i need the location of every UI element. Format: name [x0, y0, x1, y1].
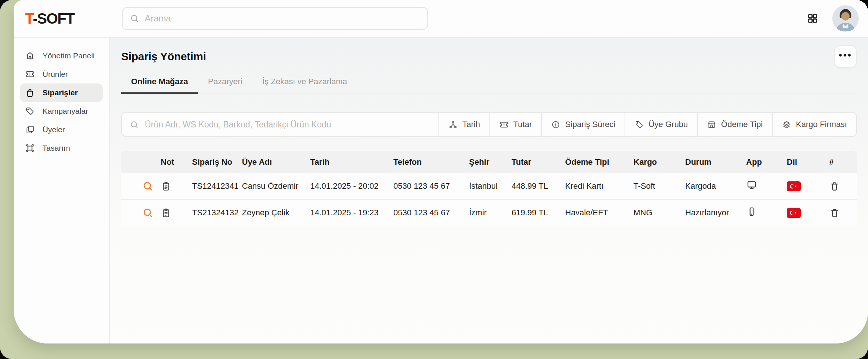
filter-tarih-button[interactable]: Tarih — [438, 113, 489, 136]
search-icon — [130, 14, 139, 23]
cell-cargo: T-Soft — [633, 181, 685, 191]
cell-order-no: TS21324132 — [192, 208, 242, 218]
header-odeme-tipi: Ödeme Tipi — [565, 157, 633, 167]
more-options-button[interactable]: ••• — [834, 45, 857, 68]
clipboard-icon — [161, 181, 171, 192]
sidebar-item-tasarim[interactable]: Tasarım — [20, 139, 103, 157]
cell-city: İzmir — [469, 208, 512, 218]
cell-status: Kargoda — [685, 181, 746, 191]
main-content: Sipariş Yönetimi ••• Online Mağaza Pazar… — [110, 38, 868, 343]
clipboard-icon — [161, 208, 171, 218]
tabs-bar: Online Mağaza Pazaryeri İş Zekası ve Paz… — [121, 72, 857, 93]
filter-bar: Tarih Tutar Sipariş Süreci Üye Grubu — [121, 112, 857, 137]
row-note-button[interactable] — [161, 208, 192, 218]
global-search-input[interactable] — [144, 13, 420, 24]
table-row: TS12412341 Cansu Özdemir 14.01.2025 - 20… — [121, 173, 857, 200]
orders-table: Not Sipariş No Üye Adı Tarih Telefon Şeh… — [121, 151, 857, 226]
sidebar-item-label: Tasarım — [42, 144, 70, 153]
cell-city: İstanbul — [469, 181, 512, 191]
sidebar-item-yonetim-paneli[interactable]: Yönetim Paneli — [20, 47, 103, 65]
trash-icon — [829, 208, 840, 218]
sidebar-item-urunler[interactable]: Ürünler — [20, 65, 103, 83]
filter-tutar-button[interactable]: Tutar — [489, 113, 541, 136]
sidebar-item-label: Siparişler — [42, 88, 78, 97]
header-telefon: Telefon — [393, 157, 469, 167]
ticket-icon — [499, 120, 509, 129]
cell-member: Cansu Özdemir — [242, 181, 310, 191]
cell-order-no: TS12412341 — [192, 181, 242, 191]
search-icon — [130, 120, 139, 129]
home-icon — [25, 51, 35, 61]
pages-icon — [25, 125, 35, 134]
search-icon — [142, 207, 153, 218]
sidebar-item-kampanyalar[interactable]: Kampanyalar — [20, 102, 103, 120]
sidebar: Yönetim Paneli Ürünler Siparişler Kampan… — [14, 38, 110, 343]
cell-app — [746, 180, 787, 193]
cell-phone: 0530 123 45 67 — [393, 208, 469, 218]
hierarchy-icon — [448, 120, 458, 129]
tag-icon — [635, 120, 644, 129]
top-header: T-SOFT — [14, 0, 868, 38]
tab-online-magaza[interactable]: Online Mağaza — [121, 72, 198, 94]
table-search — [122, 113, 438, 136]
filter-label: Ödeme Tipi — [721, 120, 763, 129]
cell-app — [746, 206, 787, 219]
trash-icon — [829, 181, 840, 192]
turkish-flag-icon — [787, 208, 801, 218]
page-title: Sipariş Yönetimi — [121, 50, 206, 63]
cell-status: Hazırlanıyor — [685, 208, 746, 218]
sidebar-item-label: Üyeler — [42, 125, 65, 134]
row-delete-button[interactable] — [829, 181, 857, 192]
header-dil: Dil — [787, 157, 829, 167]
sidebar-item-siparisler[interactable]: Siparişler — [20, 83, 103, 102]
cell-payment: Kredi Kartı — [565, 181, 633, 191]
row-inspect-button[interactable] — [142, 181, 161, 192]
cell-amount: 448.99 TL — [512, 181, 565, 191]
brand-logo-rest: -SOFT — [33, 10, 74, 27]
ticket-icon — [25, 69, 35, 79]
row-delete-button[interactable] — [829, 208, 857, 218]
header-tutar: Tutar — [512, 157, 565, 167]
sidebar-item-label: Kampanyalar — [42, 107, 88, 116]
header-not: Not — [161, 157, 192, 167]
user-avatar[interactable] — [832, 5, 859, 32]
header-kargo: Kargo — [633, 157, 685, 167]
sidebar-item-uyeler[interactable]: Üyeler — [20, 120, 103, 139]
sidebar-item-label: Yönetim Paneli — [42, 51, 95, 60]
header-siparis-no: Sipariş No — [192, 157, 242, 167]
cell-member: Zeynep Çelik — [242, 208, 310, 218]
header-durum: Durum — [685, 157, 746, 167]
cell-cargo: MNG — [633, 208, 685, 218]
page-head: Sipariş Yönetimi ••• — [121, 45, 857, 68]
cell-date: 14.01.2025 - 19:23 — [310, 208, 393, 218]
mobile-icon — [746, 206, 757, 219]
filter-odeme-tipi-button[interactable]: Ödeme Tipi — [697, 113, 772, 136]
info-circle-icon — [551, 120, 560, 129]
layers-icon — [782, 120, 791, 129]
filter-kargo-firmasi-button[interactable]: Kargo Firması — [772, 113, 856, 136]
sidebar-item-label: Ürünler — [42, 70, 68, 79]
shopping-bag-icon — [25, 88, 35, 98]
header-tarih: Tarih — [310, 157, 393, 167]
app-window: T-SOFT Yönetim Paneli — [14, 0, 868, 343]
row-note-button[interactable] — [161, 181, 192, 192]
filter-uye-grubu-button[interactable]: Üye Grubu — [625, 113, 697, 136]
filter-label: Sipariş Süreci — [565, 120, 615, 129]
table-search-input[interactable] — [144, 119, 431, 130]
app-body: Yönetim Paneli Ürünler Siparişler Kampan… — [14, 38, 868, 343]
cell-lang — [787, 208, 829, 218]
brand-logo: T-SOFT — [25, 10, 122, 27]
table-row: TS21324132 Zeynep Çelik 14.01.2025 - 19:… — [121, 200, 857, 226]
tab-pazaryeri[interactable]: Pazaryeri — [198, 72, 252, 94]
row-inspect-button[interactable] — [142, 207, 161, 218]
filter-siparis-sureci-button[interactable]: Sipariş Süreci — [541, 113, 625, 136]
vector-frame-icon — [25, 143, 35, 153]
header-actions: # — [829, 157, 857, 167]
header-sehir: Şehir — [469, 157, 512, 167]
tab-is-zekasi-ve-pazarlama[interactable]: İş Zekası ve Pazarlama — [252, 72, 357, 94]
avatar-image — [832, 5, 859, 32]
apps-grid-button[interactable] — [804, 10, 821, 27]
filter-label: Kargo Firması — [796, 120, 847, 129]
cell-amount: 619.99 TL — [512, 208, 565, 218]
cell-lang — [787, 181, 829, 191]
